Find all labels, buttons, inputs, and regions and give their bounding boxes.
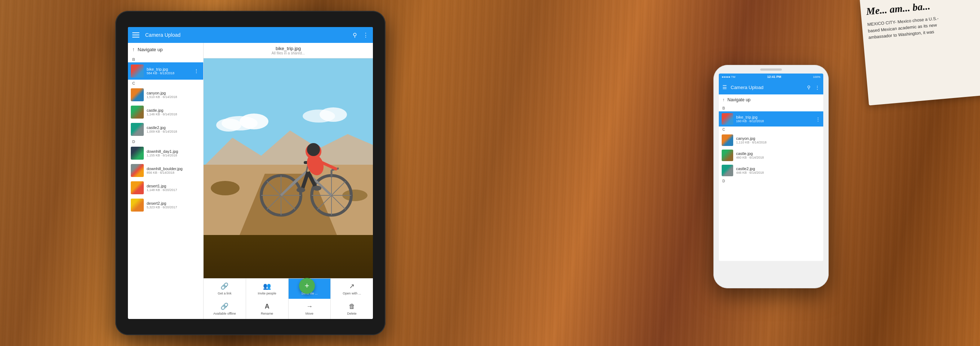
file-info-castle2: castle2.jpg 1,009 KB · 6/14/2018: [146, 126, 200, 133]
phone-navigate-up-button[interactable]: ↑ Navigate up: [719, 94, 823, 105]
tablet-header-icons: ⚲ ⋮: [353, 32, 369, 38]
phone-name-castle: castle.jpg: [736, 151, 820, 156]
phone-app-title: Camera Upload: [731, 85, 807, 90]
phone-more-bike-trip[interactable]: ⋮: [816, 116, 820, 122]
bike-image: [204, 58, 373, 278]
svg-point-9: [211, 181, 240, 195]
file-thumb-bike-trip: [131, 64, 144, 78]
navigate-up-label: Navigate up: [138, 47, 162, 52]
rename-button[interactable]: A Rename: [246, 299, 289, 319]
file-preview-area: [204, 58, 373, 278]
phone-file-item-castle[interactable]: castle.jpg 460 KB · 6/14/2018: [719, 148, 823, 163]
move-button[interactable]: → Move: [289, 299, 331, 319]
file-info-desert1: desert1.jpg 1,148 KB · 6/20/2017: [146, 184, 200, 192]
phone-section-b: B: [719, 105, 823, 112]
navigate-up-button[interactable]: ↑ Navigate up: [128, 43, 203, 56]
tablet-file-list: ↑ Navigate up B bike_trip.jpg 584 KB · 6…: [128, 43, 204, 319]
svg-point-2: [240, 113, 269, 129]
phone-section-c: C: [719, 126, 823, 132]
tablet-menu-button[interactable]: [132, 32, 140, 37]
rename-label: Rename: [261, 312, 273, 316]
phone-thumb-castle: [722, 150, 733, 161]
file-name-canyon: canyon.jpg: [146, 91, 200, 95]
svg-point-36: [313, 186, 321, 191]
cyclist-svg: [204, 58, 373, 278]
phone-section-d: D: [719, 178, 823, 184]
file-item-castle2[interactable]: castle2.jpg 1,009 KB · 6/14/2018: [128, 121, 203, 138]
phone-screen: ●●●●● TM 12:41 PM 100% ☰ Camera Upload ⚲…: [719, 73, 823, 261]
file-name-downhill-day1: downhill_day1.jpg: [146, 149, 200, 153]
phone-header: ☰ Camera Upload ⚲ ⋮: [719, 80, 823, 94]
delete-label: Delete: [347, 312, 357, 316]
file-more-bike-trip[interactable]: ⋮: [192, 68, 200, 74]
svg-point-3: [216, 119, 242, 132]
file-meta-downhill-boulder: 856 KB · 6/14/2018: [146, 171, 200, 174]
tablet-search-icon[interactable]: ⚲: [353, 32, 357, 38]
file-item-canyon[interactable]: canyon.jpg 1,510 KB · 6/14/2018: [128, 86, 203, 104]
tablet-more-icon[interactable]: ⋮: [363, 32, 369, 38]
file-meta-castle2: 1,009 KB · 6/14/2018: [146, 130, 200, 133]
file-meta-castle: 1,146 KB · 6/14/2018: [146, 112, 200, 116]
phone-file-item-castle2[interactable]: castle2.jpg 446 KB · 6/14/2018: [719, 163, 823, 178]
file-detail-name: bike_trip.jpg: [209, 46, 367, 51]
invite-people-button[interactable]: 👥 Invite people: [246, 279, 289, 299]
file-info-downhill-day1: downhill_day1.jpg 1,155 KB · 6/14/2018: [146, 149, 200, 157]
file-item-desert2[interactable]: desert2.jpg 5,323 KB · 6/20/2017: [128, 196, 203, 214]
tablet-screen: Camera Upload ⚲ ⋮ ↑ Navigate up B: [128, 27, 373, 319]
file-item-downhill-boulder[interactable]: downhill_boulder.jpg 856 KB · 6/14/2018: [128, 162, 203, 179]
invite-people-icon: 👥: [263, 282, 271, 290]
get-link-button[interactable]: 🔗 Get a link: [204, 279, 246, 299]
file-item-castle[interactable]: castle.jpg 1,146 KB · 6/14/2018: [128, 104, 203, 121]
phone-file-item-canyon[interactable]: canyon.jpg 1,110 KB · 6/14/2018: [719, 132, 823, 148]
tablet-device: Camera Upload ⚲ ⋮ ↑ Navigate up B: [115, 11, 385, 335]
phone-info-castle2: castle2.jpg 446 KB · 6/14/2018: [736, 166, 820, 174]
fab-plus-icon: +: [305, 281, 310, 290]
phone-more-icon[interactable]: ⋮: [815, 85, 820, 90]
move-icon: →: [306, 303, 313, 310]
phone-time: 12:41 PM: [767, 75, 781, 78]
file-detail-header: bike_trip.jpg All files in a shared...: [204, 43, 373, 58]
open-with-icon: ↗: [349, 282, 355, 290]
phone-meta-canyon: 1,110 KB · 6/14/2018: [736, 140, 820, 144]
file-info-canyon: canyon.jpg 1,510 KB · 6/14/2018: [146, 91, 200, 99]
navigate-up-arrow-icon: ↑: [132, 46, 135, 52]
phone-battery: 100%: [813, 75, 820, 78]
phone-search-icon[interactable]: ⚲: [807, 85, 811, 90]
delete-button[interactable]: 🗑 Delete: [331, 299, 373, 319]
file-info-castle: castle.jpg 1,146 KB · 6/14/2018: [146, 108, 200, 116]
phone-status-bar: ●●●●● TM 12:41 PM 100%: [719, 73, 823, 80]
available-offline-label: Available offline: [213, 312, 236, 316]
action-row-bottom: 🔗 Available offline A Rename → Move �: [204, 299, 373, 319]
file-meta-canyon: 1,510 KB · 6/14/2018: [146, 95, 200, 99]
file-meta-desert2: 5,323 KB · 6/20/2017: [146, 206, 200, 209]
file-meta-bike-trip: 584 KB · 6/13/2018: [146, 71, 192, 75]
file-item-downhill-day1[interactable]: downhill_day1.jpg 1,155 KB · 6/14/2018: [128, 145, 203, 162]
phone-name-castle2: castle2.jpg: [736, 166, 820, 171]
file-name-bike-trip: bike_trip.jpg: [146, 67, 192, 71]
action-row-top: 🔗 Get a link 👥 Invite people 📤 Send file…: [204, 279, 373, 299]
available-offline-button[interactable]: 🔗 Available offline: [204, 299, 246, 319]
file-item-desert1[interactable]: desert1.jpg 1,148 KB · 6/20/2017: [128, 179, 203, 196]
svg-point-5: [320, 107, 347, 122]
phone-menu-icon[interactable]: ☰: [722, 85, 727, 90]
phone-thumb-castle2: [722, 165, 733, 176]
section-d-label: D: [128, 138, 203, 145]
fab-button[interactable]: +: [299, 278, 315, 294]
file-item-bike-trip[interactable]: bike_trip.jpg 584 KB · 6/13/2018 ⋮: [128, 62, 203, 80]
svg-point-35: [296, 187, 305, 193]
file-thumb-desert1: [131, 181, 144, 194]
file-thumb-canyon: [131, 88, 144, 101]
move-label: Move: [305, 312, 313, 316]
phone-device: ●●●●● TM 12:41 PM 100% ☰ Camera Upload ⚲…: [713, 65, 829, 289]
file-thumb-downhill-day1: [131, 147, 144, 159]
file-thumb-downhill-boulder: [131, 164, 144, 177]
phone-header-icons: ⚲ ⋮: [807, 85, 820, 90]
action-bar: 🔗 Get a link 👥 Invite people 📤 Send file…: [204, 278, 373, 319]
open-with-label: Open with ...: [343, 292, 361, 295]
tablet-body: ↑ Navigate up B bike_trip.jpg 584 KB · 6…: [128, 43, 373, 319]
phone-meta-bike-trip: 160 KB · 6/12/2018: [736, 119, 816, 123]
open-with-button[interactable]: ↗ Open with ...: [331, 279, 373, 299]
file-meta-downhill-day1: 1,155 KB · 6/14/2018: [146, 153, 200, 157]
rename-icon: A: [265, 303, 269, 310]
phone-file-item-bike-trip[interactable]: bike_trip.jpg 160 KB · 6/12/2018 ⋮: [719, 112, 823, 126]
